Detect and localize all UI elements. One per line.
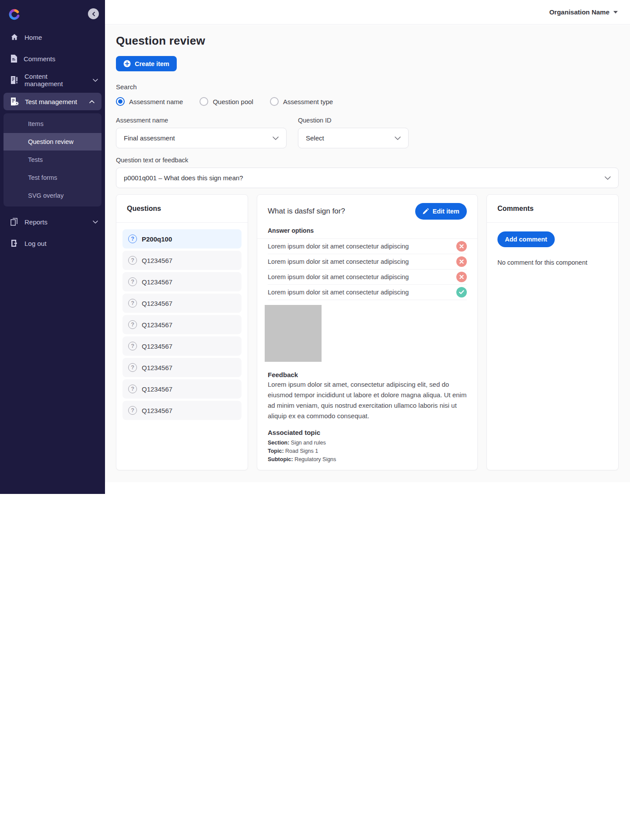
main-content: Question review Create item Search Asses…: [105, 25, 630, 482]
sidebar-item-content-management[interactable]: Content management: [0, 71, 105, 89]
question-id-text: Q1234567: [142, 385, 172, 393]
comments-panel-header: Comments: [487, 195, 618, 223]
test-management-submenu: Items Question review Tests Test forms S…: [4, 113, 102, 206]
question-list-item[interactable]: ? Q1234567: [122, 358, 242, 377]
item-detail-header: What is dasfsf sign for? Edit item: [257, 195, 477, 220]
feedback-text: Lorem ipsum dolor sit amet, consectetur …: [268, 379, 467, 421]
question-list-item[interactable]: ? P200q100: [122, 229, 242, 248]
question-list-item[interactable]: ? Q1234567: [122, 379, 242, 399]
questions-panel-title: Questions: [127, 205, 237, 213]
question-mark-icon: ?: [128, 342, 137, 350]
add-comment-label: Add comment: [505, 236, 547, 243]
sidebar-logo-row: [0, 0, 105, 25]
question-id-text: Q1234567: [142, 364, 172, 371]
item-detail-panel: What is dasfsf sign for? Edit item Answe…: [257, 194, 478, 470]
app-logo-icon: [9, 9, 20, 20]
question-list-item[interactable]: ? Q1234567: [122, 315, 242, 334]
chevron-down-icon: [93, 79, 98, 82]
radio-assessment-name[interactable]: Assessment name: [116, 97, 183, 106]
question-mark-icon: ?: [128, 320, 137, 329]
sidebar-item-home[interactable]: Home: [0, 28, 105, 46]
edit-item-button[interactable]: Edit item: [415, 203, 467, 220]
comments-panel-body: Add comment No comment for this componen…: [487, 223, 618, 266]
question-mark-icon: ?: [128, 363, 137, 372]
answer-option-text: Lorem ipsum dolor sit amet consectetur a…: [268, 289, 409, 296]
pencil-icon: [423, 208, 429, 214]
question-mark-icon: ?: [128, 385, 137, 393]
sidebar-item-label: Log out: [24, 240, 98, 247]
no-comments-text: No comment for this component: [497, 259, 608, 266]
question-mark-icon: ?: [128, 406, 137, 415]
incorrect-icon: [456, 272, 467, 282]
submenu-item-test-forms[interactable]: Test forms: [4, 169, 102, 186]
page-title: Question review: [116, 34, 620, 48]
assessment-name-label: Assessment name: [116, 117, 287, 124]
sidebar-item-label: Comments: [24, 55, 98, 63]
correct-icon: [456, 287, 467, 298]
sidebar-item-test-management[interactable]: Test management: [4, 93, 102, 110]
question-list-item[interactable]: ? Q1234567: [122, 251, 242, 270]
caret-down-icon[interactable]: [613, 11, 618, 14]
question-text-select[interactable]: p0001q001 – What does this sign mean?: [116, 168, 619, 188]
question-id-field: Question ID Select: [298, 117, 409, 148]
edit-item-label: Edit item: [433, 208, 459, 215]
radio-unselected-icon[interactable]: [270, 97, 279, 106]
radio-question-pool[interactable]: Question pool: [200, 97, 253, 106]
assessment-name-value: Final assessment: [124, 134, 175, 142]
question-id-text: Q1234567: [142, 300, 172, 307]
subtopic-line: Subtopic: Regulatory Signs: [268, 455, 467, 464]
sidebar-item-comments[interactable]: Comments: [0, 50, 105, 67]
comments-panel: Comments Add comment No comment for this…: [486, 194, 619, 470]
assessment-name-field: Assessment name Final assessment: [116, 117, 287, 148]
sidebar-item-reports[interactable]: Reports: [0, 213, 105, 231]
assessment-name-select[interactable]: Final assessment: [116, 128, 287, 148]
answer-option-row: Lorem ipsum dolor sit amet consectetur a…: [268, 254, 467, 270]
question-list-item[interactable]: ? Q1234567: [122, 401, 242, 420]
submenu-item-question-review[interactable]: Question review: [4, 133, 102, 150]
sidebar-item-label: Test management: [25, 98, 83, 105]
question-id-text: Q1234567: [142, 278, 172, 286]
submenu-item-svg-overlay[interactable]: SVG overlay: [4, 187, 102, 204]
submenu-item-tests[interactable]: Tests: [4, 151, 102, 168]
feedback-section: Feedback Lorem ipsum dolor sit amet, con…: [257, 371, 477, 421]
sidebar-nav: Home Comments Content management Test ma…: [0, 28, 105, 252]
chevron-up-icon: [89, 100, 94, 103]
question-list-item[interactable]: ? Q1234567: [122, 272, 242, 291]
chevron-down-icon: [605, 176, 611, 180]
create-item-button[interactable]: Create item: [116, 56, 177, 71]
question-text-label: Question text or feedback: [116, 157, 620, 164]
question-id-text: Q1234567: [142, 343, 172, 350]
create-item-label: Create item: [135, 60, 169, 67]
reports-icon: [10, 218, 18, 226]
submenu-item-items[interactable]: Items: [4, 115, 102, 133]
associated-topic-section: Associated topic Section: Sign and rules…: [257, 429, 477, 464]
search-section-label: Search: [116, 83, 620, 91]
document-exclamation-icon: [10, 76, 18, 84]
incorrect-icon: [456, 256, 467, 267]
topic-label: Topic:: [268, 448, 284, 454]
question-list-item[interactable]: ? Q1234567: [122, 294, 242, 313]
question-list-item[interactable]: ? Q1234567: [122, 336, 242, 356]
question-mark-icon: ?: [128, 277, 137, 286]
radio-selected-icon[interactable]: [116, 97, 125, 106]
sidebar-item-log-out[interactable]: Log out: [0, 234, 105, 252]
organisation-name[interactable]: Organisation Name: [549, 8, 609, 16]
radio-label: Assessment name: [129, 98, 183, 105]
topic-value: Road Signs 1: [285, 448, 318, 454]
answer-option-text: Lorem ipsum dolor sit amet consectetur a…: [268, 243, 409, 250]
question-id-select[interactable]: Select: [298, 128, 409, 148]
radio-assessment-type[interactable]: Assessment type: [270, 97, 333, 106]
plus-circle-icon: [123, 60, 131, 67]
add-comment-button[interactable]: Add comment: [497, 231, 555, 247]
home-icon: [10, 33, 18, 41]
section-line: Section: Sign and rules: [268, 439, 467, 447]
sidebar-collapse-button[interactable]: [88, 8, 99, 19]
search-radio-group: Assessment name Question pool Assessment…: [116, 97, 620, 106]
question-id-value: Select: [306, 134, 324, 142]
section-value: Sign and rules: [291, 440, 326, 446]
sidebar-item-label: Home: [24, 34, 98, 41]
sidebar: Home Comments Content management Test ma…: [0, 0, 105, 494]
item-question-title: What is dasfsf sign for?: [268, 207, 345, 216]
question-mark-icon: ?: [128, 256, 137, 265]
radio-unselected-icon[interactable]: [200, 97, 208, 106]
